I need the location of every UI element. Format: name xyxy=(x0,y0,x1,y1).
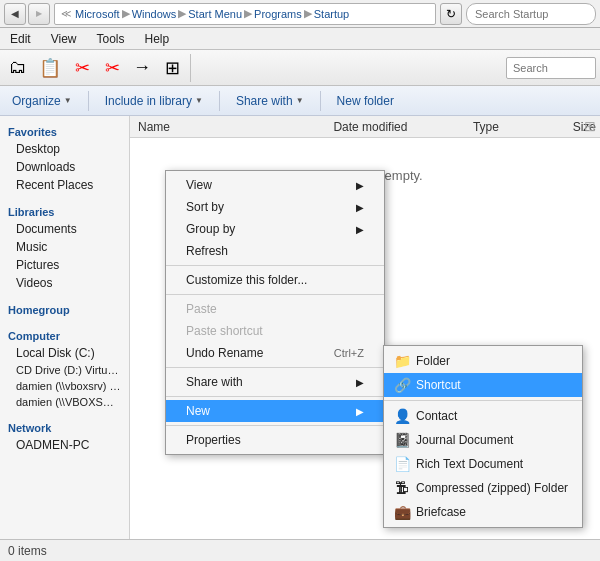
column-headers: Name Date modified Type Size ⊞ xyxy=(130,116,600,138)
breadcrumb-programs[interactable]: Programs xyxy=(254,8,302,20)
sidebar-header-libraries[interactable]: Libraries xyxy=(0,202,129,220)
breadcrumb-microsoft[interactable]: Microsoft xyxy=(75,8,120,20)
col-header-name[interactable]: Name xyxy=(134,120,333,134)
sidebar-item-music[interactable]: Music xyxy=(0,238,129,256)
include-library-label: Include in library xyxy=(105,94,192,108)
cut-button[interactable]: ✂ xyxy=(68,52,96,84)
breadcrumb-startmenu[interactable]: Start Menu xyxy=(188,8,242,20)
back-button[interactable]: ◀ xyxy=(4,3,26,25)
submenu-journal[interactable]: 📓 Journal Document xyxy=(384,428,582,452)
cut-icon: ✂ xyxy=(75,57,90,79)
search-input[interactable] xyxy=(466,3,596,25)
address-bar: ◀ ▶ ≪ Microsoft ▶ Windows ▶ Start Menu ▶… xyxy=(0,0,600,28)
ctx-view[interactable]: View ▶ xyxy=(166,174,384,196)
sidebar-item-documents[interactable]: Documents xyxy=(0,220,129,238)
new-folder-button[interactable]: New folder xyxy=(333,92,398,110)
menu-view[interactable]: View xyxy=(45,30,83,48)
new-folder-label: New folder xyxy=(337,94,394,108)
sidebar-item-videos[interactable]: Videos xyxy=(0,274,129,292)
refresh-button[interactable]: ↻ xyxy=(440,3,462,25)
breadcrumb-windows[interactable]: Windows xyxy=(132,8,177,20)
submenu-briefcase[interactable]: 💼 Briefcase xyxy=(384,500,582,524)
contact-icon: 👤 xyxy=(394,408,410,424)
sidebar-section-network: Network OADMEN-PC xyxy=(0,418,129,454)
paste-button[interactable]: 📋 xyxy=(34,52,66,84)
col-header-date[interactable]: Date modified xyxy=(333,120,473,134)
ctx-customize[interactable]: Customize this folder... xyxy=(166,269,384,291)
organize-button[interactable]: 🗂 xyxy=(4,52,32,84)
ctx-paste: Paste xyxy=(166,298,384,320)
menu-edit[interactable]: Edit xyxy=(4,30,37,48)
address-path[interactable]: ≪ Microsoft ▶ Windows ▶ Start Menu ▶ Pro… xyxy=(54,3,436,25)
sidebar-header-homegroup[interactable]: Homegroup xyxy=(0,300,129,318)
sidebar-item-damien-z[interactable]: damien (\\VBOXSVR) (Z:) xyxy=(0,394,129,410)
ctx-refresh[interactable]: Refresh xyxy=(166,240,384,262)
include-arrow-icon: ▼ xyxy=(195,96,203,105)
ctx-sep1 xyxy=(166,265,384,266)
sidebar-header-computer[interactable]: Computer xyxy=(0,326,129,344)
submenu-sep xyxy=(384,400,582,401)
organize-arrow-icon: ▼ xyxy=(64,96,72,105)
sidebar-section-homegroup: Homegroup xyxy=(0,300,129,318)
ctx-undo-rename[interactable]: Undo Rename Ctrl+Z xyxy=(166,342,384,364)
nav-buttons: ◀ ▶ xyxy=(4,3,50,25)
ctx-customize-label: Customize this folder... xyxy=(186,273,307,287)
copy-button[interactable]: ✂ xyxy=(98,52,126,84)
include-library-button[interactable]: Include in library ▼ xyxy=(101,92,207,110)
submenu-compressed[interactable]: 🗜 Compressed (zipped) Folder xyxy=(384,476,582,500)
breadcrumb-sep4: ▶ xyxy=(304,7,312,20)
col-header-type[interactable]: Type xyxy=(473,120,573,134)
sidebar-header-network[interactable]: Network xyxy=(0,418,129,436)
move-icon: → xyxy=(133,57,151,78)
item-count: 0 items xyxy=(8,544,47,558)
ctx-sep5 xyxy=(166,425,384,426)
ctx-share-with[interactable]: Share with ▶ xyxy=(166,371,384,393)
submenu-new: 📁 Folder 🔗 Shortcut 👤 Contact 📓 Journal … xyxy=(383,345,583,528)
submenu-briefcase-label: Briefcase xyxy=(416,505,466,519)
breadcrumb-startup[interactable]: Startup xyxy=(314,8,349,20)
organize-icon: 🗂 xyxy=(9,57,27,78)
sidebar-section-libraries: Libraries Documents Music Pictures Video… xyxy=(0,202,129,292)
ctx-undo-shortcut: Ctrl+Z xyxy=(334,347,364,359)
journal-icon: 📓 xyxy=(394,432,410,448)
sidebar-item-desktop[interactable]: Desktop xyxy=(0,140,129,158)
ctx-share-arrow: ▶ xyxy=(356,377,364,388)
menu-bar: Edit View Tools Help xyxy=(0,28,600,50)
sidebar-item-damien-e[interactable]: damien (\\vboxsrv) (E:) xyxy=(0,378,129,394)
sidebar-item-downloads[interactable]: Downloads xyxy=(0,158,129,176)
ctx-undo-label: Undo Rename xyxy=(186,346,263,360)
breadcrumb-sep3: ▶ xyxy=(244,7,252,20)
ctx-new[interactable]: New ▶ xyxy=(166,400,384,422)
menu-tools[interactable]: Tools xyxy=(90,30,130,48)
sidebar-item-cddrive[interactable]: CD Drive (D:) VirtualBox G... xyxy=(0,362,129,378)
submenu-contact-label: Contact xyxy=(416,409,457,423)
toolbar-search-input[interactable] xyxy=(506,57,596,79)
menu-help[interactable]: Help xyxy=(139,30,176,48)
ctx-group-by[interactable]: Group by ▶ xyxy=(166,218,384,240)
sidebar-item-oadmen[interactable]: OADMEN-PC xyxy=(0,436,129,454)
submenu-contact[interactable]: 👤 Contact xyxy=(384,404,582,428)
toolbar-separator xyxy=(190,54,191,82)
sidebar-item-localdisk[interactable]: Local Disk (C:) xyxy=(0,344,129,362)
sidebar-header-favorites[interactable]: Favorites xyxy=(0,122,129,140)
ctx-properties[interactable]: Properties xyxy=(166,429,384,451)
sidebar-item-pictures[interactable]: Pictures xyxy=(0,256,129,274)
ctx-sep2 xyxy=(166,294,384,295)
breadcrumb-sep: ▶ xyxy=(122,7,130,20)
move-button[interactable]: → xyxy=(128,52,156,84)
submenu-shortcut[interactable]: 🔗 Shortcut xyxy=(384,373,582,397)
organize-action-button[interactable]: Organize ▼ xyxy=(8,92,76,110)
sidebar-item-recent[interactable]: Recent Places xyxy=(0,176,129,194)
sidebar-section-computer: Computer Local Disk (C:) CD Drive (D:) V… xyxy=(0,326,129,410)
paste-icon: 📋 xyxy=(39,57,61,79)
view-options-icon[interactable]: ⊞ xyxy=(584,118,596,134)
ctx-sort-by[interactable]: Sort by ▶ xyxy=(166,196,384,218)
submenu-folder[interactable]: 📁 Folder xyxy=(384,349,582,373)
richtext-icon: 📄 xyxy=(394,456,410,472)
share-with-label: Share with xyxy=(236,94,293,108)
views-button[interactable]: ⊞ xyxy=(158,52,186,84)
share-with-button[interactable]: Share with ▼ xyxy=(232,92,308,110)
submenu-richtext[interactable]: 📄 Rich Text Document xyxy=(384,452,582,476)
forward-button[interactable]: ▶ xyxy=(28,3,50,25)
ctx-group-arrow: ▶ xyxy=(356,224,364,235)
